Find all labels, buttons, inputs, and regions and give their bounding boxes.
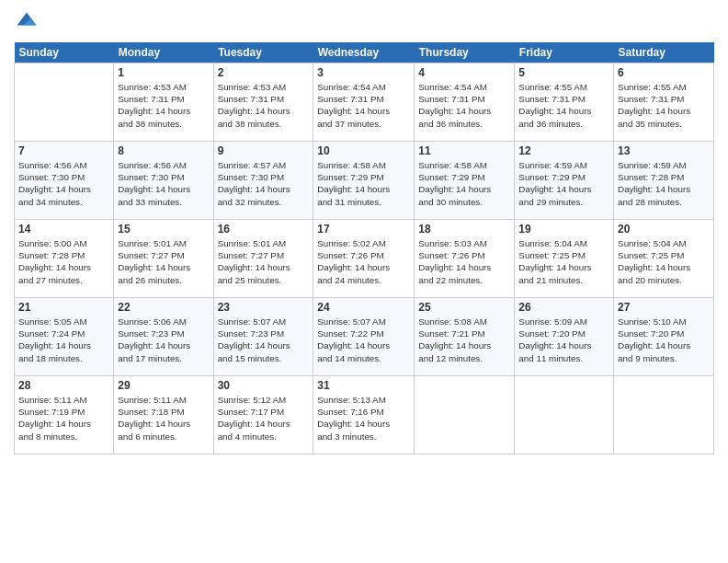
calendar-cell: 10Sunrise: 4:58 AMSunset: 7:29 PMDayligh… (313, 142, 415, 220)
day-info: Sunrise: 4:53 AMSunset: 7:31 PMDaylight:… (118, 81, 209, 130)
calendar-cell: 8Sunrise: 4:56 AMSunset: 7:30 PMDaylight… (114, 142, 213, 220)
day-number: 18 (418, 223, 510, 236)
calendar-cell: 20Sunrise: 5:04 AMSunset: 7:25 PMDayligh… (614, 220, 714, 298)
day-number: 10 (317, 144, 410, 157)
day-number: 23 (218, 301, 310, 314)
day-number: 31 (317, 379, 410, 392)
week-row-1: 1Sunrise: 4:53 AMSunset: 7:31 PMDaylight… (15, 63, 714, 142)
day-number: 7 (18, 144, 109, 157)
day-number: 30 (218, 379, 310, 392)
day-info: Sunrise: 5:13 AMSunset: 7:16 PMDaylight:… (317, 394, 410, 442)
day-number: 9 (218, 144, 310, 157)
day-number: 28 (18, 379, 109, 392)
day-header-saturday: Saturday (614, 42, 714, 63)
day-info: Sunrise: 4:59 AMSunset: 7:29 PMDaylight:… (518, 159, 609, 208)
day-info: Sunrise: 5:04 AMSunset: 7:25 PMDaylight:… (518, 237, 609, 286)
day-number: 1 (118, 66, 209, 79)
page: SundayMondayTuesdayWednesdayThursdayFrid… (0, 0, 728, 563)
calendar-cell: 22Sunrise: 5:06 AMSunset: 7:23 PMDayligh… (114, 298, 213, 376)
week-row-2: 7Sunrise: 4:56 AMSunset: 7:30 PMDaylight… (15, 142, 714, 220)
day-info: Sunrise: 5:11 AMSunset: 7:18 PMDaylight:… (118, 394, 209, 442)
calendar-cell (614, 376, 714, 454)
calendar-cell: 26Sunrise: 5:09 AMSunset: 7:20 PMDayligh… (515, 298, 614, 376)
day-info: Sunrise: 4:54 AMSunset: 7:31 PMDaylight:… (418, 81, 510, 130)
day-number: 26 (518, 301, 609, 314)
logo-icon (14, 9, 40, 35)
day-number: 25 (418, 301, 510, 314)
calendar-cell: 18Sunrise: 5:03 AMSunset: 7:26 PMDayligh… (415, 220, 515, 298)
day-info: Sunrise: 4:58 AMSunset: 7:29 PMDaylight:… (418, 159, 510, 208)
day-number: 16 (218, 223, 310, 236)
day-number: 8 (118, 144, 209, 157)
day-info: Sunrise: 5:04 AMSunset: 7:25 PMDaylight:… (618, 237, 710, 286)
day-info: Sunrise: 5:11 AMSunset: 7:19 PMDaylight:… (18, 394, 109, 442)
header-row: SundayMondayTuesdayWednesdayThursdayFrid… (15, 42, 714, 63)
day-header-wednesday: Wednesday (313, 42, 415, 63)
day-info: Sunrise: 5:08 AMSunset: 7:21 PMDaylight:… (418, 316, 510, 364)
calendar-cell: 16Sunrise: 5:01 AMSunset: 7:27 PMDayligh… (213, 220, 313, 298)
day-info: Sunrise: 4:54 AMSunset: 7:31 PMDaylight:… (317, 81, 410, 130)
day-header-monday: Monday (114, 42, 213, 63)
day-number: 21 (18, 301, 109, 314)
calendar-table: SundayMondayTuesdayWednesdayThursdayFrid… (14, 42, 714, 454)
calendar-cell (415, 376, 515, 454)
day-info: Sunrise: 5:10 AMSunset: 7:20 PMDaylight:… (618, 316, 710, 364)
calendar-cell: 14Sunrise: 5:00 AMSunset: 7:28 PMDayligh… (15, 220, 114, 298)
week-row-5: 28Sunrise: 5:11 AMSunset: 7:19 PMDayligh… (15, 376, 714, 454)
day-number: 22 (118, 301, 209, 314)
day-info: Sunrise: 4:59 AMSunset: 7:28 PMDaylight:… (618, 159, 710, 208)
day-number: 11 (418, 144, 510, 157)
day-number: 5 (518, 66, 609, 79)
calendar-cell: 19Sunrise: 5:04 AMSunset: 7:25 PMDayligh… (515, 220, 614, 298)
calendar-cell: 2Sunrise: 4:53 AMSunset: 7:31 PMDaylight… (213, 63, 313, 142)
calendar-cell: 9Sunrise: 4:57 AMSunset: 7:30 PMDaylight… (213, 142, 313, 220)
day-number: 2 (218, 66, 310, 79)
calendar-cell: 6Sunrise: 4:55 AMSunset: 7:31 PMDaylight… (614, 63, 714, 142)
day-number: 20 (618, 223, 710, 236)
day-info: Sunrise: 5:07 AMSunset: 7:22 PMDaylight:… (317, 316, 410, 364)
day-number: 19 (518, 223, 609, 236)
day-number: 3 (317, 66, 410, 79)
calendar-cell: 3Sunrise: 4:54 AMSunset: 7:31 PMDaylight… (313, 63, 415, 142)
calendar-cell: 13Sunrise: 4:59 AMSunset: 7:28 PMDayligh… (614, 142, 714, 220)
calendar-cell: 15Sunrise: 5:01 AMSunset: 7:27 PMDayligh… (114, 220, 213, 298)
day-info: Sunrise: 5:03 AMSunset: 7:26 PMDaylight:… (418, 237, 510, 286)
day-info: Sunrise: 4:53 AMSunset: 7:31 PMDaylight:… (218, 81, 310, 130)
day-number: 4 (418, 66, 510, 79)
day-header-sunday: Sunday (15, 42, 114, 63)
day-header-tuesday: Tuesday (213, 42, 313, 63)
day-number: 17 (317, 223, 410, 236)
calendar-cell: 28Sunrise: 5:11 AMSunset: 7:19 PMDayligh… (15, 376, 114, 454)
day-number: 29 (118, 379, 209, 392)
calendar-cell (515, 376, 614, 454)
day-info: Sunrise: 5:06 AMSunset: 7:23 PMDaylight:… (118, 316, 209, 364)
calendar-cell (15, 63, 114, 142)
day-number: 27 (618, 301, 710, 314)
day-info: Sunrise: 5:07 AMSunset: 7:23 PMDaylight:… (218, 316, 310, 364)
day-info: Sunrise: 4:55 AMSunset: 7:31 PMDaylight:… (618, 81, 710, 130)
calendar-cell: 4Sunrise: 4:54 AMSunset: 7:31 PMDaylight… (415, 63, 515, 142)
day-number: 24 (317, 301, 410, 314)
day-info: Sunrise: 4:56 AMSunset: 7:30 PMDaylight:… (18, 159, 109, 208)
calendar-cell: 12Sunrise: 4:59 AMSunset: 7:29 PMDayligh… (515, 142, 614, 220)
day-header-thursday: Thursday (415, 42, 515, 63)
calendar-cell: 1Sunrise: 4:53 AMSunset: 7:31 PMDaylight… (114, 63, 213, 142)
calendar-cell: 23Sunrise: 5:07 AMSunset: 7:23 PMDayligh… (213, 298, 313, 376)
day-info: Sunrise: 5:01 AMSunset: 7:27 PMDaylight:… (218, 237, 310, 286)
calendar-cell: 7Sunrise: 4:56 AMSunset: 7:30 PMDaylight… (15, 142, 114, 220)
day-info: Sunrise: 4:58 AMSunset: 7:29 PMDaylight:… (317, 159, 410, 208)
day-info: Sunrise: 5:00 AMSunset: 7:28 PMDaylight:… (18, 237, 109, 286)
day-info: Sunrise: 4:57 AMSunset: 7:30 PMDaylight:… (218, 159, 310, 208)
day-info: Sunrise: 5:01 AMSunset: 7:27 PMDaylight:… (118, 237, 209, 286)
day-info: Sunrise: 4:56 AMSunset: 7:30 PMDaylight:… (118, 159, 209, 208)
calendar-cell: 17Sunrise: 5:02 AMSunset: 7:26 PMDayligh… (313, 220, 415, 298)
calendar-cell: 11Sunrise: 4:58 AMSunset: 7:29 PMDayligh… (415, 142, 515, 220)
day-info: Sunrise: 5:05 AMSunset: 7:24 PMDaylight:… (18, 316, 109, 364)
week-row-3: 14Sunrise: 5:00 AMSunset: 7:28 PMDayligh… (15, 220, 714, 298)
week-row-4: 21Sunrise: 5:05 AMSunset: 7:24 PMDayligh… (15, 298, 714, 376)
calendar-cell: 24Sunrise: 5:07 AMSunset: 7:22 PMDayligh… (313, 298, 415, 376)
header (14, 9, 714, 35)
calendar-cell: 30Sunrise: 5:12 AMSunset: 7:17 PMDayligh… (213, 376, 313, 454)
calendar-cell: 27Sunrise: 5:10 AMSunset: 7:20 PMDayligh… (614, 298, 714, 376)
day-number: 13 (618, 144, 710, 157)
